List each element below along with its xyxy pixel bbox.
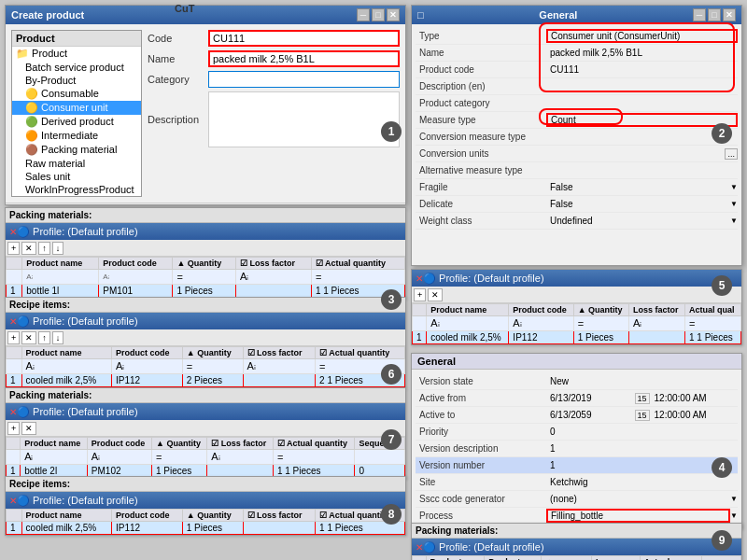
- ri1-up-btn[interactable]: ↑: [38, 331, 50, 344]
- tree-item-sales[interactable]: Sales unit: [12, 170, 141, 183]
- tree-item-byproduct[interactable]: By-Product: [12, 74, 141, 87]
- tree-item-raw[interactable]: Raw material: [12, 157, 141, 170]
- ri1-down-btn[interactable]: ↓: [52, 331, 64, 344]
- to-date-picker[interactable]: 15: [635, 410, 650, 421]
- ri2-title: ✕ 🔵 Profile: (Default profile): [6, 492, 405, 509]
- vp-state-label: Version state: [416, 376, 546, 386]
- pm3-col-seq: Sequen: [702, 556, 741, 561]
- ri1-del-btn[interactable]: ✕: [21, 331, 36, 344]
- vp-sscc-value: (none): [546, 494, 730, 504]
- pm3-col-qty: ▲ Quantity: [541, 556, 591, 561]
- category-input[interactable]: [208, 71, 400, 88]
- pm1-col-num: [7, 258, 22, 270]
- packing-materials-2-panel: Packing materials: ✕ 🔵 Profile: (Default…: [5, 387, 406, 479]
- gen-maximize-btn[interactable]: □: [708, 8, 721, 21]
- minimize-btn[interactable]: ─: [357, 8, 370, 21]
- vp-number: Version number 1: [416, 457, 738, 474]
- prop-code: Product code CU111: [416, 62, 738, 78]
- pm1-down-btn[interactable]: ↓: [52, 242, 64, 255]
- tree-item-product[interactable]: 📁 Product: [12, 47, 141, 61]
- tree-item-batch[interactable]: Batch service product: [12, 61, 141, 74]
- process-dropdown[interactable]: ▼: [730, 511, 738, 520]
- prop-fragile-value: False: [546, 182, 730, 192]
- pw-del-btn[interactable]: ✕: [428, 288, 443, 301]
- tree-item-wip[interactable]: WorkInProgressProduct: [12, 183, 141, 196]
- circle-3: 3: [381, 289, 402, 310]
- pm1-add-btn[interactable]: +: [7, 242, 20, 255]
- pm1-toolbar: + ✕ ↑ ↓: [6, 240, 405, 257]
- gen-close-btn[interactable]: ✕: [723, 8, 736, 21]
- ri1-col-name: Product name: [21, 347, 111, 359]
- conv-units-btn[interactable]: ...: [725, 148, 738, 160]
- general-panel: □ General ─ □ ✕ Type Consumer unit (Cons…: [411, 5, 742, 266]
- pw-add-btn[interactable]: +: [414, 288, 426, 301]
- pw-col-code: Product code: [509, 304, 573, 316]
- tree-item-packing[interactable]: 🟤 Packing material: [12, 143, 141, 157]
- ri1-col-loss: ☑ Loss factor: [243, 347, 315, 359]
- pm3-col-num: [413, 556, 427, 561]
- vp-sscc: Sscc code generator (none) ▼: [416, 491, 738, 508]
- pw-title: ✕ 🔵 Profile: (Default profile): [412, 270, 741, 287]
- name-input[interactable]: [208, 50, 400, 67]
- circle-2: 2: [712, 123, 732, 144]
- prop-alt-measure-label: Alternative measure type: [416, 165, 546, 175]
- vp-number-label: Version number: [416, 460, 546, 470]
- ri1-col-actual: ☑ Actual quantity: [316, 347, 405, 359]
- tree-item-consumable[interactable]: 🟡 Consumable: [12, 87, 141, 101]
- gen-minimize-btn[interactable]: ─: [693, 8, 706, 21]
- vp-process-value: Filling_bottle: [546, 509, 730, 523]
- prop-name: Name packed milk 2,5% B1L: [416, 45, 738, 62]
- pm1-data-row[interactable]: 1 bottle 1l PM101 1 Pieces 1 1 Pieces: [7, 285, 405, 298]
- vp-to-value: 6/13/2059: [546, 410, 634, 420]
- vp-to: Active to 6/13/2059 15 12:00:00 AM: [416, 407, 738, 424]
- ri1-title-text: 🔵 Profile: (Default profile): [17, 315, 138, 328]
- pm3-col-name: Product name: [426, 556, 485, 561]
- ri1-close-icon: ✕: [9, 316, 17, 327]
- create-product-title: Create product: [11, 9, 84, 21]
- pm2-del-btn[interactable]: ✕: [21, 422, 36, 435]
- ri1-toolbar: + ✕ ↑ ↓: [6, 329, 405, 346]
- general-title: General: [539, 9, 577, 21]
- tree-item-intermediate[interactable]: 🟠 Intermediate: [12, 129, 141, 143]
- vp-to-label: Active to: [416, 410, 546, 420]
- ri2-col-num: [7, 510, 22, 522]
- close-btn[interactable]: ✕: [387, 8, 400, 21]
- circle-1: 1: [381, 121, 402, 142]
- description-input[interactable]: [208, 91, 400, 147]
- pm2-col-loss: ☑ Loss factor: [207, 438, 274, 450]
- ri2-col-name: Product name: [21, 510, 111, 522]
- prop-weight: Weight class Undefined ▼: [416, 213, 738, 230]
- pm2-table: Product name Product code ▲ Quantity ☑ L…: [6, 437, 405, 478]
- ri2-col-loss: ☑ Loss factor: [243, 510, 315, 522]
- pm2-col-num: [7, 438, 21, 450]
- recipe-items-2-panel: Recipe items: ✕ 🔵 Profile: (Default prof…: [5, 476, 406, 536]
- circle-5: 5: [712, 275, 732, 296]
- pm1-up-btn[interactable]: ↑: [38, 242, 50, 255]
- vp-from-time: 12:00:00 AM: [651, 393, 739, 403]
- sscc-dropdown[interactable]: ▼: [730, 495, 738, 503]
- pm1-del-btn[interactable]: ✕: [21, 242, 36, 255]
- vp-from: Active from 6/13/2019 15 12:00:00 AM: [416, 390, 738, 407]
- ri2-data-row[interactable]: 1 cooled milk 2,5% IP112 1 Pieces 1 1 Pi…: [7, 522, 405, 535]
- delicate-dropdown[interactable]: ▼: [730, 200, 738, 208]
- pm2-add-btn[interactable]: +: [7, 422, 20, 435]
- code-input[interactable]: [208, 30, 400, 47]
- ri2-table: Product name Product code ▲ Quantity ☑ L…: [6, 509, 405, 535]
- product-tree: Product 📁 Product Batch service product …: [11, 30, 142, 197]
- from-date-picker[interactable]: 15: [635, 393, 650, 404]
- tree-item-derived[interactable]: 🟢 Derived product: [12, 115, 141, 129]
- pm3-section-label: Packing materials:: [412, 524, 741, 539]
- ri1-col-code: Product code: [111, 347, 182, 359]
- fragile-dropdown[interactable]: ▼: [730, 183, 738, 191]
- ri1-data-row[interactable]: 1 cooled milk 2,5% IP112 2 Pieces 2 1 Pi…: [7, 374, 405, 387]
- ri1-add-btn[interactable]: +: [7, 331, 20, 344]
- vp-priority-value: 0: [546, 427, 738, 437]
- vp-from-value: 6/13/2019: [546, 393, 634, 403]
- prop-type-label: Type: [416, 31, 546, 41]
- tree-item-consumer-unit[interactable]: 🟡 Consumer unit: [12, 101, 141, 115]
- maximize-btn[interactable]: □: [372, 8, 385, 21]
- pm2-toolbar: + ✕: [6, 420, 405, 437]
- weight-dropdown[interactable]: ▼: [730, 217, 738, 225]
- vp-desc-label: Version description: [416, 443, 546, 454]
- pw-data-row[interactable]: 1 cooled milk 2,5% IP112 1 Pieces 1 1 Pi…: [413, 331, 741, 344]
